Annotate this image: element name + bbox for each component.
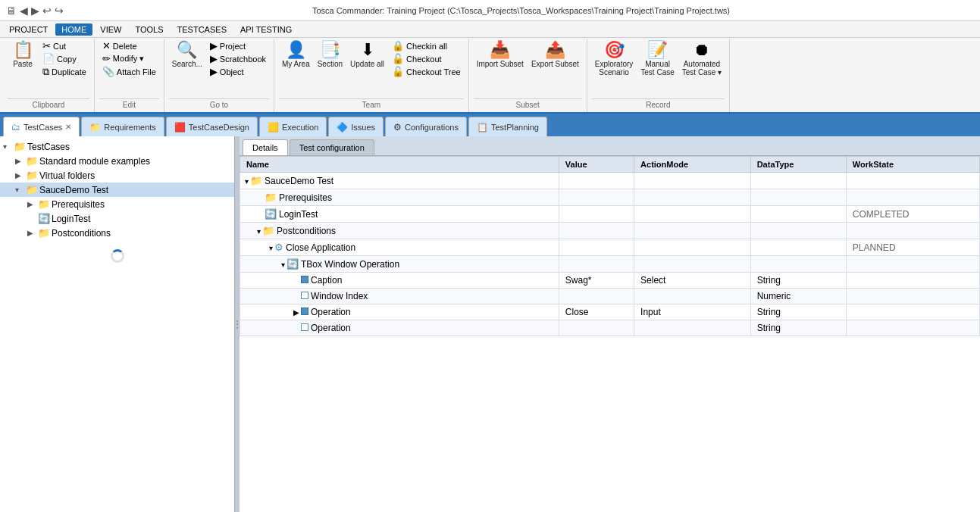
paste-button[interactable]: 📋 Paste xyxy=(8,39,38,70)
export-subset-button[interactable]: 📤 Export Subset xyxy=(528,39,582,70)
tab-requirements[interactable]: 📁 Requirements xyxy=(81,117,164,136)
project-icon: ▶ xyxy=(210,40,218,52)
table-row[interactable]: ▾📁SauceDemo Test xyxy=(240,173,980,189)
cell-actionmode xyxy=(634,189,751,206)
checkin-all-button[interactable]: 🔒 Checkin all xyxy=(389,39,464,52)
duplicate-button[interactable]: ⧉ Duplicate xyxy=(39,65,89,79)
my-area-button[interactable]: 👤 My Area xyxy=(279,39,313,70)
table-row[interactable]: Operation String xyxy=(240,320,980,336)
window-title: Tosca Commander: Training Project (C:\To… xyxy=(68,6,974,15)
tree-item-postconditions[interactable]: ▶ 📁 Postconditions xyxy=(0,226,234,240)
testplanning-tab-label: TestPlanning xyxy=(491,123,539,132)
tab-configurations[interactable]: ⚙ Configurations xyxy=(385,117,467,136)
col-name: Name xyxy=(240,157,559,173)
table-row[interactable]: Caption Swag* Select String xyxy=(240,273,980,289)
cell-workstate xyxy=(846,320,979,336)
cell-name: Caption xyxy=(240,273,559,289)
section-button[interactable]: 📑 Section xyxy=(315,39,346,70)
scratchbook-button[interactable]: ▶ Scratchbook xyxy=(207,52,269,65)
detail-tab-test-config[interactable]: Test configuration xyxy=(290,139,374,155)
main-content: ▾ 📁 TestCases ▶ 📁 Standard module exampl… xyxy=(0,136,980,512)
tree-item-prerequisites[interactable]: ▶ 📁 Prerequisites xyxy=(0,197,234,211)
redo-btn[interactable]: ↪ xyxy=(55,5,64,17)
table-row[interactable]: ▾📁Postconditions xyxy=(240,223,980,239)
tab-issues[interactable]: 🔷 Issues xyxy=(328,117,384,136)
loading-spinner xyxy=(111,249,124,263)
exploratory-scenario-button[interactable]: 🎯 ExploratoryScenario xyxy=(592,39,637,79)
cut-icon: ✂ xyxy=(42,40,51,52)
window-controls: 🖥 ◀ ▶ ↩ ↪ xyxy=(6,5,64,17)
cut-button[interactable]: ✂ Cut xyxy=(39,39,89,52)
tab-testcases[interactable]: 🗂 TestCases ✕ xyxy=(3,117,80,136)
import-subset-button[interactable]: 📥 Import Subset xyxy=(474,39,527,70)
tree-item-testcases-root[interactable]: ▾ 📁 TestCases xyxy=(0,139,234,154)
search-button[interactable]: 🔍 Search... xyxy=(169,39,205,70)
cell-value xyxy=(559,239,634,256)
automated-test-case-button[interactable]: ⏺ AutomatedTest Case ▾ xyxy=(679,39,725,79)
tree-item-saucedemo[interactable]: ▾ 📁 SauceDemo Test xyxy=(0,183,234,197)
checkin-icon: 🔒 xyxy=(392,40,404,52)
cell-name: Window Index xyxy=(240,289,559,304)
project-button[interactable]: ▶ Project xyxy=(207,39,269,52)
menu-view[interactable]: VIEW xyxy=(94,23,127,36)
tree-label-saucedemo: SauceDemo Test xyxy=(39,185,231,195)
properties-table: Name Value ActionMode DataType WorkState… xyxy=(240,156,980,336)
tree-arrow-standard: ▶ xyxy=(15,157,24,165)
tab-testcasedesign[interactable]: 🟥 TestCaseDesign xyxy=(166,117,258,136)
project-label: Project xyxy=(220,42,246,51)
col-actionmode: ActionMode xyxy=(634,157,751,173)
folder-icon-saucedemo: 📁 xyxy=(26,184,38,195)
tree-item-virtual-folders[interactable]: ▶ 📁 Virtual folders xyxy=(0,168,234,183)
testcases-tab-close[interactable]: ✕ xyxy=(65,123,71,131)
object-button[interactable]: ▶ Object xyxy=(207,65,269,78)
update-all-button[interactable]: ⬇ Update all xyxy=(347,39,387,70)
delete-icon: ✕ xyxy=(102,40,111,52)
cell-actionmode: Select xyxy=(634,273,751,289)
tree-arrow-saucedemo: ▾ xyxy=(15,186,24,194)
execution-tab-icon: 🟨 xyxy=(268,122,279,133)
menu-home[interactable]: HOME xyxy=(55,23,92,36)
tree-item-standard-module[interactable]: ▶ 📁 Standard module examples xyxy=(0,154,234,168)
testcasedesign-tab-icon: 🟥 xyxy=(174,122,186,133)
back-btn[interactable]: ◀ xyxy=(20,5,28,17)
menu-api-testing[interactable]: API TESTING xyxy=(234,23,298,36)
cell-name: ▾🔄TBox Window Operation xyxy=(240,256,559,273)
undo-btn[interactable]: ↩ xyxy=(42,5,52,17)
cell-value xyxy=(559,289,634,304)
ribbon-group-record: 🎯 ExploratoryScenario 📝 ManualTest Case … xyxy=(587,39,730,112)
forward-btn[interactable]: ▶ xyxy=(31,5,39,17)
table-row[interactable]: 🔄LoginTest COMPLETED xyxy=(240,206,980,223)
testcases-tab-icon: 🗂 xyxy=(11,122,20,133)
delete-button[interactable]: ✕ Delete xyxy=(99,39,159,52)
checkout-icon: 🔓 xyxy=(392,53,404,64)
checkout-button[interactable]: 🔓 Checkout xyxy=(389,52,464,65)
update-icon: ⬇ xyxy=(361,42,374,58)
menu-project[interactable]: PROJECT xyxy=(3,23,54,36)
ribbon-group-edit: ✕ Delete ✏ Modify ▾ 📎 Attach File Edit xyxy=(95,39,164,112)
detail-tab-details[interactable]: Details xyxy=(243,139,288,155)
tree-item-logintest[interactable]: 🔄 LoginTest xyxy=(0,211,234,226)
testplanning-tab-icon: 📋 xyxy=(477,122,488,133)
cell-actionmode xyxy=(634,173,751,189)
tab-testplanning[interactable]: 📋 TestPlanning xyxy=(468,117,547,136)
tab-bar: 🗂 TestCases ✕ 📁 Requirements 🟥 TestCaseD… xyxy=(0,114,980,136)
modify-button[interactable]: ✏ Modify ▾ xyxy=(99,52,159,65)
table-row[interactable]: ▾🔄TBox Window Operation xyxy=(240,256,980,273)
copy-button[interactable]: 📄 Copy xyxy=(39,52,89,65)
manual-test-case-button[interactable]: 📝 ManualTest Case xyxy=(637,39,677,79)
table-row[interactable]: 📁Prerequisites xyxy=(240,189,980,206)
table-row[interactable]: ▶Operation Close Input String xyxy=(240,304,980,320)
menu-tools[interactable]: TOOLS xyxy=(129,23,169,36)
table-row[interactable]: ▾⚙Close Application PLANNED xyxy=(240,239,980,256)
table-row[interactable]: Window Index Numeric xyxy=(240,289,980,304)
cell-datatype: String xyxy=(750,320,846,336)
cell-actionmode: Input xyxy=(634,304,751,320)
execution-tab-label: Execution xyxy=(282,123,318,132)
tab-execution[interactable]: 🟨 Execution xyxy=(259,117,327,136)
checkout-tree-button[interactable]: 🔓 Checkout Tree xyxy=(389,65,464,78)
scratchbook-icon: ▶ xyxy=(210,53,218,64)
attach-file-button[interactable]: 📎 Attach File xyxy=(99,65,159,78)
cell-datatype: Numeric xyxy=(750,289,846,304)
menu-testcases[interactable]: TESTCASES xyxy=(171,23,233,36)
export-label: Export Subset xyxy=(531,60,579,68)
